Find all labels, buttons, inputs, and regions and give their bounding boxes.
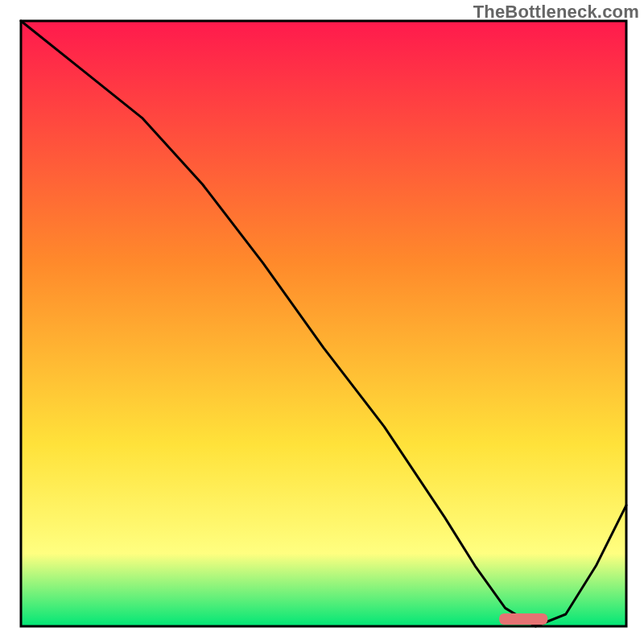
bottleneck-chart xyxy=(0,0,644,644)
optimum-marker xyxy=(499,613,547,625)
chart-canvas: TheBottleneck.com xyxy=(0,0,644,644)
plot-background xyxy=(21,21,626,626)
